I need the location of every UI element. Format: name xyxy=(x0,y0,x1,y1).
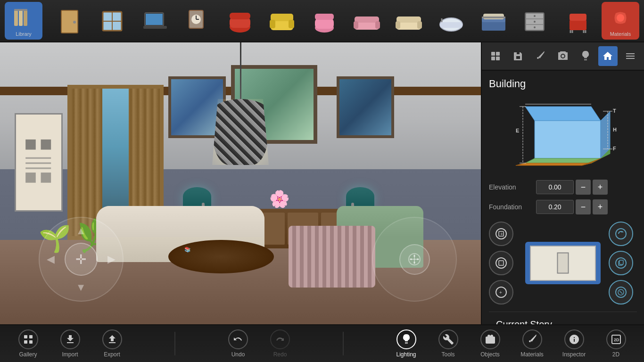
svg-text:+: + xyxy=(499,290,502,295)
svg-rect-32 xyxy=(396,21,400,29)
foundation-minus-btn[interactable]: − xyxy=(576,199,591,214)
library-icon xyxy=(11,5,37,31)
svg-text:2D: 2D xyxy=(614,337,619,342)
gallery-icon xyxy=(18,329,38,349)
svg-point-70 xyxy=(417,258,419,260)
furniture-door[interactable] xyxy=(52,4,90,37)
svg-point-45 xyxy=(534,15,536,17)
undo-icon xyxy=(228,329,248,349)
separator-2 xyxy=(343,332,344,355)
objects-button[interactable]: Objects xyxy=(470,327,510,360)
pendant-lamp xyxy=(212,42,269,165)
coffee-table: 📚 xyxy=(168,240,274,274)
furniture-window[interactable] xyxy=(94,4,132,37)
svg-rect-49 xyxy=(570,14,586,21)
furniture-yellow-armchair[interactable] xyxy=(263,4,301,37)
panel-objects-btn[interactable] xyxy=(486,46,505,66)
panel-lighting-btn[interactable] xyxy=(576,46,595,66)
gallery-button[interactable]: Gallery xyxy=(8,327,48,360)
furniture-laptop[interactable] xyxy=(136,4,174,37)
furniture-pink-chair[interactable] xyxy=(305,4,343,37)
library-button[interactable]: Library xyxy=(5,2,42,40)
lamp-shade xyxy=(212,99,269,165)
box-preview: T H F E xyxy=(506,97,619,173)
move-btn[interactable]: + xyxy=(489,280,513,304)
panel-camera-btn[interactable] xyxy=(553,46,573,66)
2d-button[interactable]: 2D 2D xyxy=(596,327,636,360)
svg-point-100 xyxy=(616,229,626,239)
undo-button[interactable]: Undo xyxy=(218,327,258,360)
panel-home-btn[interactable] xyxy=(598,46,618,66)
export-button[interactable]: Export xyxy=(92,327,132,360)
panel-list-btn[interactable] xyxy=(620,46,640,66)
joystick-up-arrow: ▲ xyxy=(76,225,86,237)
redo-icon xyxy=(270,329,290,349)
add-floor-btn[interactable]: + xyxy=(489,222,513,246)
tools-button[interactable]: Tools xyxy=(428,327,468,360)
building-section: Building T xyxy=(482,71,644,324)
foundation-plus-btn[interactable]: + xyxy=(593,199,608,214)
joystick-right[interactable] xyxy=(372,217,457,302)
elevation-input[interactable] xyxy=(536,180,574,194)
elevation-plus-btn[interactable]: + xyxy=(593,180,608,195)
svg-rect-62 xyxy=(26,173,36,183)
joystick-right-icon[interactable] xyxy=(399,244,430,275)
svg-rect-104 xyxy=(619,260,623,264)
furniture-pink-sofa[interactable] xyxy=(348,4,386,37)
furniture-clock[interactable] xyxy=(179,4,216,37)
furniture-red-chair[interactable] xyxy=(221,4,259,37)
svg-rect-21 xyxy=(270,20,275,28)
objects-icon xyxy=(480,329,500,349)
floor-plan-inner xyxy=(530,246,596,281)
top-toolbar: Library xyxy=(0,0,644,42)
delete-btn[interactable] xyxy=(609,280,633,304)
inspector-button[interactable]: Inspector xyxy=(554,327,594,360)
svg-rect-18 xyxy=(230,13,250,19)
furniture-bathtub[interactable] xyxy=(432,4,470,37)
svg-rect-71 xyxy=(491,52,495,56)
svg-rect-48 xyxy=(570,20,586,30)
svg-rect-111 xyxy=(29,340,33,344)
svg-point-47 xyxy=(534,26,536,28)
redo-button[interactable]: Redo xyxy=(260,327,300,360)
svg-rect-73 xyxy=(491,57,495,60)
rotate-btn[interactable] xyxy=(609,222,633,246)
svg-rect-29 xyxy=(375,21,380,29)
lighting-button[interactable]: Lighting xyxy=(386,327,426,360)
materials-bottom-button[interactable]: Materials xyxy=(512,327,552,360)
svg-point-55 xyxy=(617,14,624,22)
joystick-right-arrow: ▶ xyxy=(107,253,116,265)
select-btn[interactable] xyxy=(489,251,513,275)
furniture-beige-sofa[interactable] xyxy=(390,4,428,37)
svg-point-69 xyxy=(410,258,412,260)
svg-rect-72 xyxy=(496,52,500,56)
joystick-center[interactable]: ✛ xyxy=(65,243,98,276)
furniture-red-chair-2[interactable] xyxy=(559,4,597,37)
foundation-row: Foundation − + xyxy=(489,199,637,214)
panel-save-btn[interactable] xyxy=(508,46,528,66)
furniture-bed[interactable] xyxy=(475,4,512,37)
svg-rect-24 xyxy=(315,18,334,29)
tools-label: Tools xyxy=(441,351,454,358)
svg-rect-57 xyxy=(26,140,36,150)
panel-paint-btn[interactable] xyxy=(530,46,550,66)
materials-button[interactable]: Materials xyxy=(602,2,639,40)
copy-btn[interactable] xyxy=(609,251,633,275)
svg-rect-3 xyxy=(14,9,27,11)
svg-point-67 xyxy=(413,255,415,257)
foundation-input[interactable] xyxy=(536,200,574,214)
import-button[interactable]: Import xyxy=(50,327,90,360)
svg-rect-59 xyxy=(26,157,51,158)
foundation-label: Foundation xyxy=(489,203,536,211)
furniture-dresser[interactable] xyxy=(517,4,554,37)
import-label: Import xyxy=(62,351,78,358)
2d-label: 2D xyxy=(612,351,619,358)
elevation-minus-btn[interactable]: − xyxy=(576,180,591,195)
floor-plan-door xyxy=(557,253,569,274)
current-story-title: Current Story xyxy=(496,319,630,324)
building-title: Building xyxy=(489,78,637,90)
joystick-left[interactable]: ▲ ▼ ◀ ▶ ✛ xyxy=(39,217,124,302)
floor-plan-preview[interactable] xyxy=(525,242,601,284)
svg-rect-40 xyxy=(482,16,505,18)
elevation-row: Elevation − + xyxy=(489,180,637,195)
